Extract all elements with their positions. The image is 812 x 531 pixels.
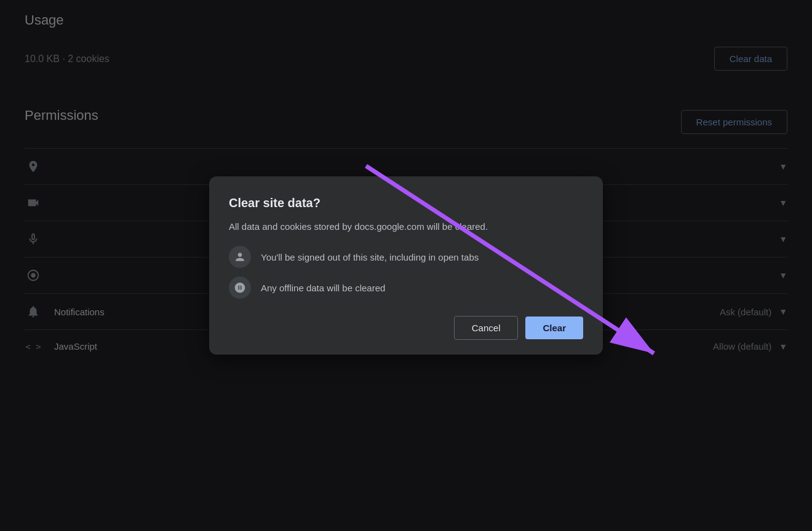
dialog-actions: Cancel Clear: [229, 316, 583, 340]
dialog-overlay: Clear site data? All data and cookies st…: [0, 0, 812, 531]
person-icon: [229, 246, 251, 268]
clear-site-data-dialog: Clear site data? All data and cookies st…: [209, 176, 603, 355]
dialog-body-text: All data and cookies stored by docs.goog…: [229, 220, 583, 234]
cancel-button[interactable]: Cancel: [454, 316, 519, 340]
dialog-info-row-signout: You'll be signed out of this site, inclu…: [229, 246, 583, 268]
signout-info-text: You'll be signed out of this site, inclu…: [261, 252, 479, 262]
dialog-title: Clear site data?: [229, 196, 583, 210]
dialog-info-rows: You'll be signed out of this site, inclu…: [229, 246, 583, 299]
dialog-info-row-offline: Any offline data will be cleared: [229, 277, 583, 299]
offline-info-text: Any offline data will be cleared: [261, 283, 385, 293]
clear-button[interactable]: Clear: [525, 317, 583, 339]
offline-icon: [229, 277, 251, 299]
